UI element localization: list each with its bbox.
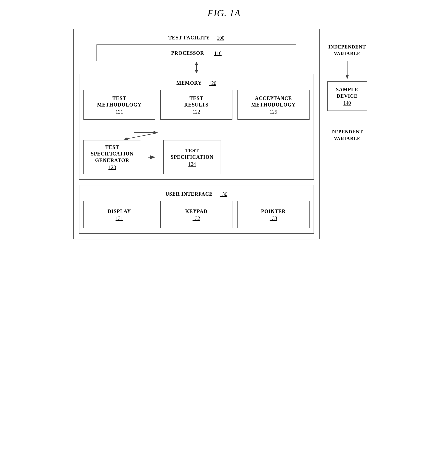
sample-device-label: SAMPLEDEVICE (336, 86, 358, 99)
keypad-box: KEYPAD 132 (160, 201, 232, 228)
independent-variable-label: INDEPENDENTVARIABLE (328, 44, 366, 56)
keypad-label: KEYPAD (185, 208, 208, 215)
independent-variable-area: INDEPENDENTVARIABLE (328, 44, 366, 57)
pointer-box: POINTER 133 (237, 201, 310, 228)
ui-section: USER INTERFACE 130 DISPLAY 131 KEYPAD 13… (79, 185, 314, 234)
memory-label: MEMORY (176, 80, 202, 86)
side-panel: INDEPENDENTVARIABLE SAMPLEDEVICE 140 (320, 29, 375, 142)
tsg-ts-arrow (146, 140, 158, 174)
dbl-arrow-svg (193, 61, 200, 74)
test-facility-box: TEST FACILITY 100 PROCESSOR 110 (73, 29, 320, 239)
memory-header: MEMORY 120 (83, 79, 310, 86)
test-results-ref: 122 (193, 109, 200, 115)
memory-top-row: TESTMETHODOLOGY 121 TESTRESULTS 122 ACCE… (83, 90, 310, 120)
display-box: DISPLAY 131 (83, 201, 156, 228)
right-arrow-svg (147, 153, 157, 161)
pointer-label: POINTER (261, 208, 286, 215)
test-specification-label: TESTSPECIFICATION (171, 147, 213, 160)
processor-memory-arrow (79, 61, 314, 74)
sample-device-ref: 140 (343, 100, 351, 106)
test-methodology-label: TESTMETHODOLOGY (97, 95, 142, 108)
svg-marker-2 (195, 70, 198, 73)
memory-section: MEMORY 120 TESTMETHODOLOGY 121 TESTRESUL… (79, 74, 314, 180)
processor-box: PROCESSOR 110 (96, 44, 296, 61)
ui-label: USER INTERFACE (165, 191, 213, 197)
test-results-label: TESTRESULTS (184, 95, 208, 108)
test-spec-generator-ref: 123 (109, 165, 116, 170)
test-facility-ref: 100 (217, 35, 224, 41)
test-spec-generator-box: TESTSPECIFICATIONGENERATOR 123 (83, 140, 141, 174)
acceptance-methodology-label: ACCEPTANCEMETHODOLOGY (251, 95, 296, 108)
dependent-variable-label: DEPENDENTVARIABLE (331, 129, 363, 141)
memory-ref: 120 (209, 80, 216, 86)
test-facility-header: TEST FACILITY 100 (79, 34, 314, 41)
display-label: DISPLAY (108, 208, 131, 215)
svg-line-5 (124, 133, 158, 139)
acceptance-methodology-ref: 125 (270, 109, 277, 115)
acceptance-methodology-box: ACCEPTANCEMETHODOLOGY 125 (237, 90, 310, 120)
main-diagram: TEST FACILITY 100 PROCESSOR 110 (73, 29, 320, 239)
connector-svg (83, 125, 310, 140)
test-specification-ref: 124 (188, 161, 196, 167)
page: FIG. 1A TEST FACILITY 100 PROCESSOR 110 (73, 8, 375, 239)
ind-var-arrow-svg (343, 61, 351, 81)
test-methodology-ref: 121 (116, 109, 123, 115)
processor-label: PROCESSOR (171, 50, 204, 56)
sample-device-box: SAMPLEDEVICE 140 (327, 81, 367, 111)
ui-header: USER INTERFACE 130 (83, 190, 310, 197)
processor-ref: 110 (214, 50, 221, 56)
diagram-area: TEST FACILITY 100 PROCESSOR 110 (73, 29, 375, 239)
dependent-variable-area: DEPENDENTVARIABLE (331, 129, 363, 142)
connector-area (83, 125, 310, 140)
test-specification-box: TESTSPECIFICATION 124 (163, 140, 221, 174)
display-ref: 131 (116, 216, 123, 221)
test-spec-generator-label: TESTSPECIFICATIONGENERATOR (91, 144, 133, 164)
test-facility-label: TEST FACILITY (168, 34, 210, 41)
ui-boxes-row: DISPLAY 131 KEYPAD 132 POINTER 133 (83, 201, 310, 228)
keypad-ref: 132 (193, 216, 200, 221)
figure-title: FIG. 1A (208, 8, 241, 19)
memory-bottom-row: TESTSPECIFICATIONGENERATOR 123 (83, 140, 310, 174)
pointer-ref: 133 (270, 216, 277, 221)
ui-ref: 130 (220, 191, 227, 197)
test-results-box: TESTRESULTS 122 (160, 90, 232, 120)
test-methodology-box: TESTMETHODOLOGY 121 (83, 90, 156, 120)
